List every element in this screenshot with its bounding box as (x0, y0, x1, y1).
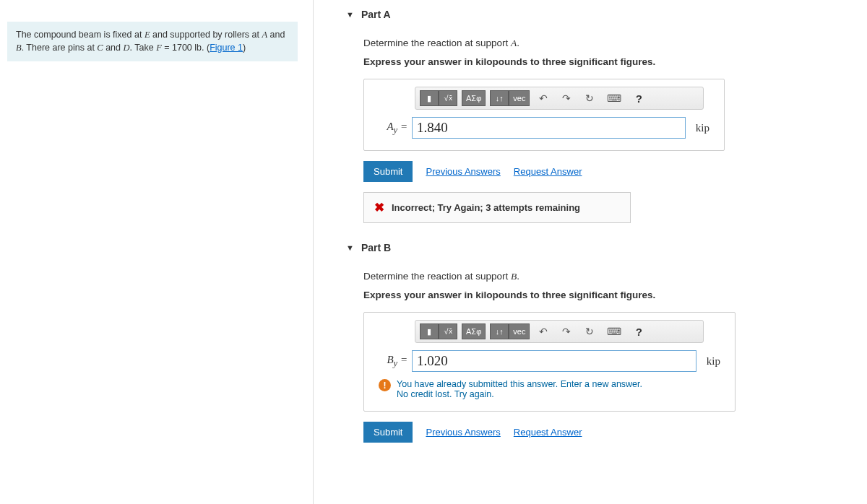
redo-icon[interactable]: ↷ (557, 90, 576, 106)
text: The compound beam is fixed at (16, 30, 144, 40)
sqrt-icon[interactable]: √x̄ (439, 90, 457, 106)
undo-icon[interactable]: ↶ (534, 90, 553, 106)
undo-icon[interactable]: ↶ (534, 323, 553, 339)
var-E: E (144, 30, 150, 40)
reset-icon[interactable]: ↻ (580, 90, 599, 106)
sqrt-icon[interactable]: √x̄ (439, 323, 457, 339)
part-a-answer-box: ▮ √x̄ ΑΣφ ↓↑ vec ↶ ↷ ↻ ⌨ ? Ay = (363, 79, 725, 151)
vec-button[interactable]: vec (509, 323, 530, 339)
part-b-var-label: By = (379, 354, 407, 369)
incorrect-icon: ✖ (374, 200, 384, 215)
keyboard-icon[interactable]: ⌨ (603, 323, 625, 339)
part-a-prompt: Determine the reaction at support A. (363, 38, 862, 49)
part-a-request-answer-link[interactable]: Request Answer (514, 166, 582, 177)
info-text: You have already submitted this answer. … (397, 379, 642, 389)
part-a-input[interactable] (412, 117, 686, 139)
part-b-previous-answers-link[interactable]: Previous Answers (426, 427, 500, 438)
equation-toolbar: ▮ √x̄ ΑΣφ ↓↑ vec ↶ ↷ ↻ ⌨ ? (415, 320, 704, 343)
unit-label: kip (707, 355, 720, 368)
unit-label: kip (696, 122, 709, 134)
greek-button[interactable]: ΑΣφ (462, 90, 486, 106)
reset-icon[interactable]: ↻ (580, 323, 599, 339)
part-a-previous-answers-link[interactable]: Previous Answers (426, 166, 500, 177)
var-F: F (156, 43, 162, 53)
var-C: C (97, 43, 103, 53)
part-b-submit-button[interactable]: Submit (363, 422, 413, 443)
part-a-feedback: ✖ Incorrect; Try Again; 3 attempts remai… (363, 192, 631, 223)
info-icon: ! (379, 379, 391, 391)
figure-link[interactable]: Figure 1 (210, 43, 243, 53)
greek-button[interactable]: ΑΣφ (462, 323, 486, 339)
text: and (103, 43, 124, 53)
part-b-header[interactable]: ▼ Part B (346, 242, 862, 253)
part-b-info: ! You have already submitted this answer… (379, 379, 720, 399)
text: = 1700 lb. ( (162, 43, 210, 53)
templates-icon[interactable]: ▮ (420, 90, 439, 106)
text: ) (243, 43, 246, 53)
equation-toolbar: ▮ √x̄ ΑΣφ ↓↑ vec ↶ ↷ ↻ ⌨ ? (415, 87, 704, 110)
part-b-section: ▼ Part B Determine the reaction at suppo… (346, 242, 862, 443)
part-b-request-answer-link[interactable]: Request Answer (514, 427, 582, 438)
redo-icon[interactable]: ↷ (557, 323, 576, 339)
keyboard-icon[interactable]: ⌨ (603, 90, 625, 106)
part-b-input[interactable] (412, 350, 696, 372)
arrows-button[interactable]: ↓↑ (490, 90, 509, 106)
var-A: A (262, 30, 267, 40)
part-b-instruction: Express your answer in kilopounds to thr… (363, 290, 862, 300)
caret-down-icon: ▼ (346, 243, 354, 252)
var-B: B (16, 43, 22, 53)
part-a-title: Part A (361, 9, 391, 20)
arrows-button[interactable]: ↓↑ (490, 323, 509, 339)
part-a-section: ▼ Part A Determine the reaction at suppo… (346, 9, 862, 223)
vec-button[interactable]: vec (509, 90, 530, 106)
part-a-var-label: Ay = (379, 121, 407, 136)
part-b-title: Part B (361, 242, 391, 253)
text: . There are pins at (22, 43, 98, 53)
text: and (267, 30, 285, 40)
help-icon[interactable]: ? (629, 323, 648, 339)
var-D: D (123, 43, 129, 53)
help-icon[interactable]: ? (629, 90, 648, 106)
caret-down-icon: ▼ (346, 10, 354, 19)
feedback-text: Incorrect; Try Again; 3 attempts remaini… (392, 202, 580, 213)
part-a-submit-button[interactable]: Submit (363, 161, 413, 182)
templates-icon[interactable]: ▮ (420, 323, 439, 339)
part-a-header[interactable]: ▼ Part A (346, 9, 862, 20)
text: . Take (130, 43, 157, 53)
part-b-prompt: Determine the reaction at support B. (363, 271, 862, 282)
text: and supported by rollers at (150, 30, 262, 40)
part-b-answer-box: ▮ √x̄ ΑΣφ ↓↑ vec ↶ ↷ ↻ ⌨ ? By = (363, 312, 736, 412)
problem-statement: The compound beam is fixed at E and supp… (7, 22, 298, 61)
part-a-instruction: Express your answer in kilopounds to thr… (363, 56, 862, 67)
info-text: No credit lost. Try again. (397, 389, 642, 399)
